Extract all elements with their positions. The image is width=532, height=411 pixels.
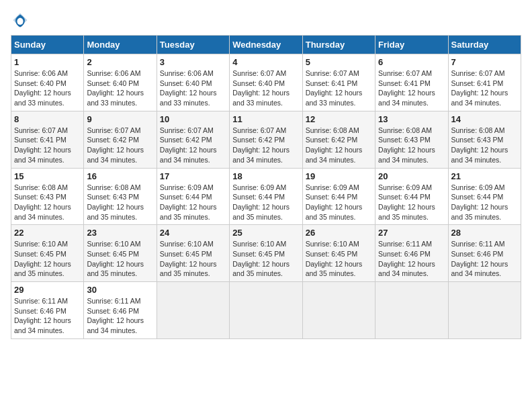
weekday-header-tuesday: Tuesday [157,36,229,54]
day-number: 14 [451,114,518,124]
calendar-cell: 1 Sunrise: 6:06 AM Sunset: 6:40 PM Dayli… [11,54,84,111]
sunset-label: Sunset: 6:43 PM [87,193,139,201]
sunset-label: Sunset: 6:44 PM [232,193,285,201]
day-number: 18 [232,171,299,181]
daylight-label: Daylight: 12 hours [306,146,363,154]
calendar-cell: 3 Sunrise: 6:06 AM Sunset: 6:40 PM Dayli… [157,54,229,111]
sunrise-label: Sunrise: 6:11 AM [14,297,68,305]
daylight-minutes: and 35 minutes. [232,269,283,277]
daylight-minutes: and 35 minutes. [87,213,137,221]
daylight-minutes: and 33 minutes. [232,99,283,107]
sunrise-label: Sunrise: 6:08 AM [306,126,359,134]
daylight-minutes: and 35 minutes. [160,213,210,221]
sunrise-label: Sunrise: 6:07 AM [14,126,68,134]
sunrise-label: Sunrise: 6:09 AM [306,183,359,191]
sunrise-label: Sunrise: 6:08 AM [451,126,505,134]
sunset-label: Sunset: 6:42 PM [306,136,358,144]
sunrise-label: Sunrise: 6:08 AM [87,183,140,191]
day-number: 17 [160,171,226,181]
day-info: Sunrise: 6:10 AM Sunset: 6:45 PM Dayligh… [87,239,153,279]
daylight-minutes: and 34 minutes. [378,99,429,107]
day-info: Sunrise: 6:09 AM Sunset: 6:44 PM Dayligh… [160,183,226,222]
day-number: 22 [14,228,81,238]
day-number: 8 [14,114,81,124]
calendar-cell: 9 Sunrise: 6:07 AM Sunset: 6:42 PM Dayli… [84,111,157,168]
day-number: 27 [378,228,445,238]
daylight-minutes: and 34 minutes. [87,156,137,164]
calendar-header: SundayMondayTuesdayWednesdayThursdayFrid… [11,36,521,54]
weekday-header-sunday: Sunday [11,36,84,54]
day-info: Sunrise: 6:07 AM Sunset: 6:41 PM Dayligh… [451,68,518,108]
calendar-cell: 5 Sunrise: 6:07 AM Sunset: 6:41 PM Dayli… [302,54,375,111]
daylight-minutes: and 34 minutes. [378,156,429,164]
day-info: Sunrise: 6:08 AM Sunset: 6:43 PM Dayligh… [451,126,518,165]
sunrise-label: Sunrise: 6:09 AM [160,183,214,191]
daylight-minutes: and 35 minutes. [87,269,137,277]
day-number: 15 [14,171,81,181]
page-header [11,11,521,30]
day-number: 12 [306,114,372,124]
sunset-label: Sunset: 6:40 PM [160,79,212,87]
sunrise-label: Sunrise: 6:07 AM [451,69,505,77]
sunrise-label: Sunrise: 6:07 AM [87,126,140,134]
sunset-label: Sunset: 6:44 PM [378,193,431,201]
calendar-week-2: 8 Sunrise: 6:07 AM Sunset: 6:41 PM Dayli… [11,111,521,168]
day-info: Sunrise: 6:06 AM Sunset: 6:40 PM Dayligh… [14,68,81,108]
day-info: Sunrise: 6:07 AM Sunset: 6:41 PM Dayligh… [14,126,81,165]
day-info: Sunrise: 6:10 AM Sunset: 6:45 PM Dayligh… [14,239,81,279]
sunrise-label: Sunrise: 6:07 AM [232,126,286,134]
sunrise-label: Sunrise: 6:10 AM [14,240,68,248]
daylight-minutes: and 33 minutes. [87,99,137,107]
daylight-minutes: and 35 minutes. [14,269,64,277]
sunrise-label: Sunrise: 6:06 AM [14,69,68,77]
sunset-label: Sunset: 6:41 PM [451,79,504,87]
day-number: 9 [87,114,153,124]
sunset-label: Sunset: 6:45 PM [232,250,285,258]
sunset-label: Sunset: 6:42 PM [232,136,285,144]
daylight-label: Daylight: 12 hours [451,260,508,268]
day-info: Sunrise: 6:07 AM Sunset: 6:42 PM Dayligh… [87,126,153,165]
calendar-cell: 4 Sunrise: 6:07 AM Sunset: 6:40 PM Dayli… [230,54,302,111]
day-number: 26 [306,228,372,238]
weekday-header-wednesday: Wednesday [230,36,302,54]
day-info: Sunrise: 6:11 AM Sunset: 6:46 PM Dayligh… [451,239,518,279]
sunrise-label: Sunrise: 6:06 AM [87,69,140,77]
calendar-cell: 15 Sunrise: 6:08 AM Sunset: 6:43 PM Dayl… [11,168,84,225]
daylight-minutes: and 34 minutes. [451,156,502,164]
sunset-label: Sunset: 6:42 PM [87,136,139,144]
daylight-label: Daylight: 12 hours [232,260,290,268]
day-info: Sunrise: 6:10 AM Sunset: 6:45 PM Dayligh… [306,239,372,279]
day-number: 6 [378,57,445,67]
calendar-cell: 6 Sunrise: 6:07 AM Sunset: 6:41 PM Dayli… [375,54,448,111]
daylight-label: Daylight: 12 hours [160,260,217,268]
sunrise-label: Sunrise: 6:09 AM [451,183,505,191]
daylight-label: Daylight: 12 hours [87,260,144,268]
logo [11,11,32,30]
day-number: 24 [160,228,226,238]
sunset-label: Sunset: 6:44 PM [306,193,358,201]
day-info: Sunrise: 6:10 AM Sunset: 6:45 PM Dayligh… [160,239,226,279]
calendar-cell: 28 Sunrise: 6:11 AM Sunset: 6:46 PM Dayl… [448,225,521,282]
day-number: 2 [87,57,153,67]
calendar-cell: 19 Sunrise: 6:09 AM Sunset: 6:44 PM Dayl… [302,168,375,225]
sunset-label: Sunset: 6:42 PM [160,136,212,144]
calendar-cell: 20 Sunrise: 6:09 AM Sunset: 6:44 PM Dayl… [375,168,448,225]
daylight-minutes: and 34 minutes. [232,156,283,164]
daylight-minutes: and 35 minutes. [232,213,283,221]
daylight-label: Daylight: 12 hours [14,316,71,324]
sunrise-label: Sunrise: 6:10 AM [160,240,214,248]
calendar-cell [448,282,521,339]
sunrise-label: Sunrise: 6:07 AM [160,126,214,134]
daylight-minutes: and 34 minutes. [87,326,137,334]
day-number: 1 [14,57,81,67]
daylight-minutes: and 34 minutes. [14,156,64,164]
daylight-minutes: and 35 minutes. [160,269,210,277]
daylight-label: Daylight: 12 hours [306,260,363,268]
day-info: Sunrise: 6:11 AM Sunset: 6:46 PM Dayligh… [87,296,153,336]
sunrise-label: Sunrise: 6:10 AM [306,240,359,248]
calendar-cell: 11 Sunrise: 6:07 AM Sunset: 6:42 PM Dayl… [230,111,302,168]
daylight-label: Daylight: 12 hours [232,203,290,211]
calendar-cell: 25 Sunrise: 6:10 AM Sunset: 6:45 PM Dayl… [230,225,302,282]
daylight-label: Daylight: 12 hours [232,146,290,154]
day-info: Sunrise: 6:06 AM Sunset: 6:40 PM Dayligh… [87,68,153,108]
